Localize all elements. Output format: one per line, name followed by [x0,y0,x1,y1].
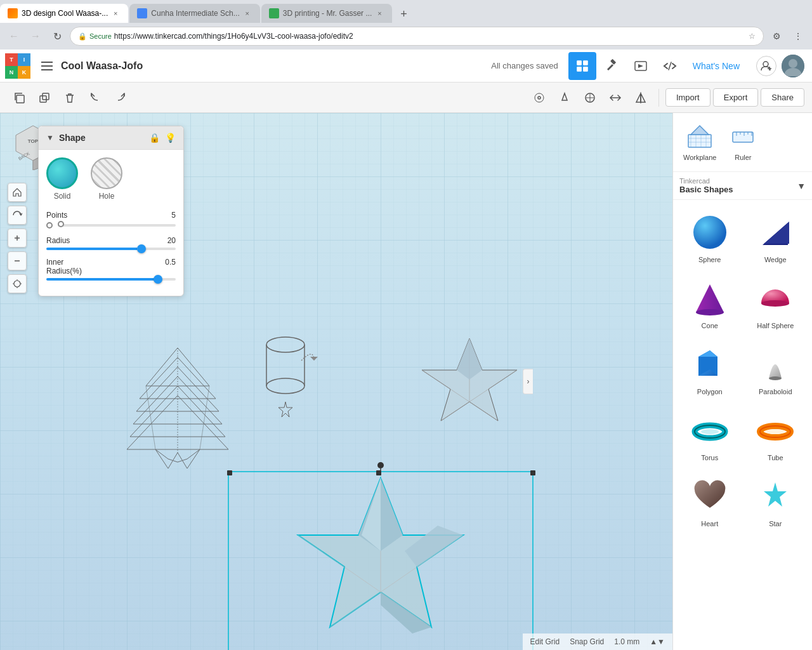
svg-rect-2 [41,69,53,70]
shape-item-wedge[interactable]: Wedge [744,205,808,269]
user-controls [756,55,804,77]
avatar-image [782,55,804,77]
build-button[interactable] [598,52,625,80]
shape-item-star[interactable]: Star [744,469,808,533]
shape-item-torus[interactable]: Torus [678,403,742,467]
half-sphere-svg [756,279,794,317]
flip-icon [609,91,622,104]
mirror-button[interactable] [629,86,652,109]
align-button[interactable] [579,86,601,109]
zoom-out-button[interactable] [8,251,27,270]
grid-view-button[interactable] [568,52,596,80]
home-icon [12,187,22,197]
tab-gasser-close[interactable]: × [374,8,384,18]
solid-type-button[interactable]: Solid [46,157,78,201]
panel-lock-button[interactable]: 🔒 [149,133,160,143]
shape-tool-button[interactable] [553,86,576,109]
tab-cunha[interactable]: Cunha Intermediate Sch... × [129,4,259,23]
svg-point-53 [266,337,304,352]
workplane-tool[interactable]: Workplane [679,119,720,165]
snap-grid-arrows[interactable]: ▲▼ [650,637,665,646]
canvas-area[interactable]: TOP BACK [0,113,672,650]
svg-rect-3 [577,60,582,65]
snap-grid-value: 1.0 mm [614,637,639,646]
back-button[interactable]: ← [5,27,23,45]
points-handle[interactable] [58,221,64,227]
radius-handle[interactable] [137,244,146,253]
forward-button[interactable]: → [27,27,44,45]
fit-view-button[interactable] [8,274,27,293]
redo-button[interactable] [109,86,132,109]
logo-t: T [5,53,18,66]
radius-track[interactable] [46,248,176,250]
user-avatar[interactable] [782,55,804,77]
paraboloid-svg [756,345,794,383]
inner-radius-handle[interactable] [154,275,162,284]
reload-button[interactable]: ↻ [48,27,66,45]
whats-new-button[interactable]: What's New [685,57,747,75]
import-button[interactable]: Import [665,88,710,107]
share-button[interactable]: Share [761,88,804,107]
shape-item-polygon[interactable]: Polygon [678,337,742,401]
add-user-button[interactable] [756,56,776,76]
extensions-icon[interactable]: ⚙ [768,27,785,45]
shape-item-half-sphere[interactable]: Half Sphere [744,271,808,335]
inner-radius-label-row: InnerRadius(%) 0.5 [46,258,176,275]
svg-point-10 [763,62,768,67]
tab-tinkercad-close[interactable]: × [110,8,121,18]
ruler-svg [729,123,757,151]
rotate-view-button[interactable] [8,206,27,225]
tinkercad-tab-icon [8,8,18,18]
half-sphere-thumbnail [753,276,797,321]
ruler-icon-container [729,123,757,151]
hamburger-button[interactable] [36,55,58,77]
tab-gasser[interactable]: 3D printing - Mr. Gasser ... × [261,4,393,23]
panel-collapse-button[interactable]: ▼ [46,133,54,142]
right-panel-collapse-button[interactable]: › [523,369,533,394]
new-tab-button[interactable]: + [395,5,412,23]
svg-marker-93 [764,222,789,244]
bookmark-icon[interactable]: ☆ [749,32,756,41]
shape-item-tube[interactable]: Tube [744,403,808,467]
simulate-button[interactable] [627,52,655,80]
tab-tinkercad[interactable]: 3D design Cool Waasa-... × [0,4,128,23]
svg-point-14 [789,59,797,68]
code-button[interactable] [656,52,684,80]
address-text: https://www.tinkercad.com/things/1Ho6y4L… [114,32,743,41]
shape-item-sphere[interactable]: Sphere [678,205,742,269]
shape-tool-icon [558,91,571,104]
menu-icon[interactable]: ⋮ [789,27,807,45]
tab-bar: 3D design Cool Waasa-... × Cunha Interme… [0,0,812,23]
polygon-thumbnail [688,342,732,387]
duplicate-button[interactable] [33,86,56,109]
shapes-dropdown-button[interactable]: ▼ [797,181,806,191]
perspective-button[interactable] [528,86,551,109]
grid-icon [575,59,589,73]
svg-rect-85 [733,132,753,142]
export-button[interactable]: Export [713,88,759,107]
shape-item-paraboloid[interactable]: Paraboloid [744,337,808,401]
delete-button[interactable] [58,86,81,109]
canvas-footer: Edit Grid Snap Grid 1.0 mm ▲▼ [523,633,673,650]
flip-button[interactable] [604,86,627,109]
address-bar[interactable]: 🔒 Secure https://www.tinkercad.com/thing… [70,27,764,46]
undo-button[interactable] [84,86,107,109]
inner-radius-track[interactable] [46,278,176,281]
edit-grid-label[interactable]: Edit Grid [530,637,560,646]
half-sphere-label: Half Sphere [757,322,794,329]
points-track[interactable] [58,224,176,227]
copy-icon [13,91,25,104]
redo-icon [114,91,127,104]
tab-cunha-close[interactable]: × [242,8,252,18]
panel-info-button[interactable]: 💡 [165,133,176,143]
logo-i: I [18,53,30,66]
copy-button[interactable] [8,86,30,109]
shape-item-heart[interactable]: Heart [678,469,742,533]
shape-item-cone[interactable]: Cone [678,271,742,335]
svg-point-96 [696,309,724,315]
home-view-button[interactable] [8,183,27,202]
hole-type-button[interactable]: Hole [91,157,122,201]
ruler-tool[interactable]: Ruler [725,119,761,165]
undo-icon [89,91,102,104]
zoom-in-button[interactable] [8,229,27,248]
